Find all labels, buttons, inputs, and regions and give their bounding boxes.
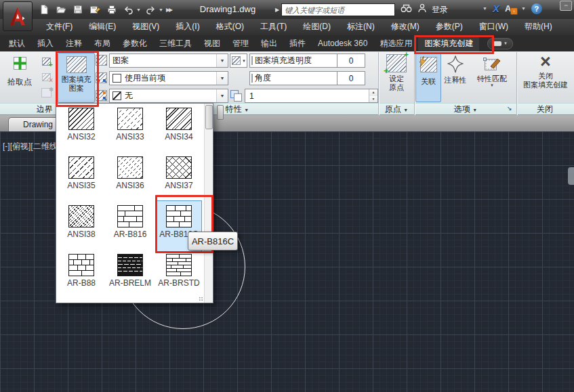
panel-options[interactable]: 选项 ▼ <box>454 104 477 115</box>
help-icon[interactable]: ? <box>531 3 542 14</box>
tab-featured-apps[interactable]: 精选应用 <box>373 35 418 51</box>
menu-parametric[interactable]: 参数(P) <box>428 19 471 35</box>
tab-manage[interactable]: 管理 <box>226 35 255 51</box>
undo-icon[interactable] <box>121 3 136 16</box>
gallery-item-ar-b88[interactable]: AR-B88 <box>59 254 104 299</box>
save-icon[interactable] <box>70 3 85 16</box>
undo-dropdown-icon[interactable]: ▼ <box>136 7 141 12</box>
chevron-down-icon[interactable]: ▼ <box>490 83 494 87</box>
application-menu-button[interactable] <box>3 1 33 31</box>
gallery-item-label: ANSI35 <box>67 181 95 190</box>
search-input[interactable] <box>281 3 395 16</box>
background-color-combo[interactable]: 无 ▼ <box>109 89 228 103</box>
transparency-slider-knob[interactable] <box>217 105 224 120</box>
gallery-item-ar-b816[interactable]: AR-B816 <box>108 205 152 250</box>
chevron-down-icon[interactable]: ▼ <box>216 72 228 85</box>
panel-origin[interactable]: 原点 ▼ <box>385 104 408 115</box>
infocenter-toggle-icon[interactable]: ⇔ <box>560 1 572 11</box>
transparency-value-box[interactable]: 0 <box>337 53 365 68</box>
menu-file[interactable]: 文件(F) <box>38 19 81 35</box>
redo-dropdown-icon[interactable]: ▼ <box>159 7 163 12</box>
gallery-item-ansi32[interactable]: ANSI32 <box>59 108 104 152</box>
tab-output[interactable]: 输出 <box>255 35 283 51</box>
select-boundary-objects-button[interactable]: + <box>39 54 54 68</box>
gallery-resize-grip[interactable] <box>199 297 203 301</box>
signin-dropdown-icon[interactable]: ▼ <box>483 6 487 11</box>
dialog-launcher-icon[interactable]: ↘ <box>507 105 512 112</box>
close-hatch-creation-button[interactable]: × 关闭 图案填充创建 <box>519 53 572 101</box>
set-origin-button[interactable]: + + 设定 原点 <box>381 54 412 100</box>
tab-annotate[interactable]: 注释 <box>60 35 88 51</box>
menu-insert[interactable]: 插入(I) <box>167 19 207 35</box>
menu-format[interactable]: 格式(O) <box>208 19 252 35</box>
hatch-scale-spinner[interactable]: 1 ▲▼ <box>245 89 378 103</box>
plot-icon[interactable] <box>104 3 119 16</box>
tab-layout[interactable]: 布局 <box>88 35 117 51</box>
save-as-icon[interactable] <box>87 3 102 16</box>
exchange-apps-icon[interactable]: A↓ <box>505 3 516 14</box>
menu-window[interactable]: 窗口(W) <box>471 19 516 35</box>
pick-points-label: 拾取点 <box>7 77 32 88</box>
menu-tools[interactable]: 工具(T) <box>252 19 295 35</box>
tab-home[interactable]: 默认 <box>3 35 31 51</box>
recreate-boundary-button[interactable]: ✱ <box>39 85 54 100</box>
associative-toggle-button[interactable]: 关联 <box>415 53 441 102</box>
angle-value-box[interactable]: 0 <box>337 71 365 85</box>
autodesk-360-icon[interactable]: X <box>493 3 499 14</box>
gallery-item-ansi35[interactable]: ANSI35 <box>59 156 104 201</box>
hatch-type-combo[interactable]: 图案 ▼ <box>109 53 228 68</box>
gallery-item-ansi36[interactable]: ANSI36 <box>108 156 152 201</box>
pick-points-button[interactable]: 拾取点 <box>3 54 36 102</box>
remove-boundary-objects-button[interactable]: × <box>39 70 54 84</box>
menu-draw[interactable]: 绘图(D) <box>295 19 339 35</box>
gallery-item-label: ANSI36 <box>116 181 144 190</box>
tab-insert[interactable]: 插入 <box>31 35 60 51</box>
navigation-bar-partial[interactable] <box>568 167 574 185</box>
gallery-item-ar-brelm[interactable]: AR-BRELM <box>108 254 152 299</box>
open-file-icon[interactable] <box>54 3 68 16</box>
set-origin-label-1: 设定 <box>389 74 404 83</box>
annotative-button[interactable]: 注释性 <box>441 53 470 101</box>
transparency-display-button[interactable]: ▼ <box>230 53 247 68</box>
menu-modify[interactable]: 修改(M) <box>383 19 428 35</box>
hatch-type-value: 图案 <box>112 55 129 66</box>
new-file-icon[interactable] <box>37 3 51 16</box>
gallery-item-ansi38[interactable]: ANSI38 <box>59 205 104 250</box>
viewport-controls[interactable]: [-][俯视][二维线框] <box>3 141 56 152</box>
menu-dimension[interactable]: 标注(N) <box>339 19 383 35</box>
spinner-arrows[interactable]: ▲▼ <box>369 89 377 102</box>
match-properties-button[interactable]: 特性匹配 ▼ <box>471 53 513 101</box>
chevron-down-icon[interactable]: ▼ <box>216 89 228 102</box>
menu-view[interactable]: 视图(V) <box>124 19 167 35</box>
pattern-swatch-brick <box>117 205 143 227</box>
annotation-box-hatch-button <box>56 51 99 107</box>
exchange-dropdown-icon[interactable]: ▼ <box>521 6 526 11</box>
menu-help[interactable]: 帮助(H) <box>516 19 560 35</box>
menu-edit[interactable]: 编辑(E) <box>81 19 124 35</box>
match-properties-label: 特性匹配 <box>477 74 507 83</box>
gallery-item-label: ANSI34 <box>165 132 192 141</box>
redo-icon[interactable] <box>144 3 158 16</box>
pattern-swatch-brick-standard <box>166 254 192 276</box>
tab-plugins[interactable]: 插件 <box>283 35 312 51</box>
gallery-item-ar-brstd[interactable]: AR-BRSTD <box>157 254 201 299</box>
search-expand-icon[interactable]: ▶ <box>275 7 279 13</box>
panel-properties[interactable]: 特性 ▼ <box>226 104 249 115</box>
sign-in-label[interactable]: 登录 <box>432 4 448 16</box>
pattern-swatch-brick-square <box>68 254 94 276</box>
gallery-item-ansi33[interactable]: ANSI33 <box>108 108 152 152</box>
gallery-scrollbar-thumb[interactable] <box>205 105 213 129</box>
title-bar: ▼ ▼ ▸▸ Drawing1.dwg ▶ 登录 ▼ X A↓ ▼ ? <box>0 0 574 19</box>
gallery-item-label: AR-BRSTD <box>158 278 199 288</box>
transparency-slider[interactable]: 图案填充透明度 <box>249 53 337 68</box>
tab-parametric[interactable]: 参数化 <box>117 35 153 51</box>
tab-3d-tools[interactable]: 三维工具 <box>153 35 198 51</box>
chevron-down-icon[interactable]: ▼ <box>216 54 228 67</box>
gallery-item-ansi34[interactable]: ANSI34 <box>157 108 201 152</box>
tab-autodesk-360[interactable]: Autodesk 360 <box>312 35 373 51</box>
user-icon[interactable] <box>417 3 428 16</box>
tab-view[interactable]: 视图 <box>198 35 226 51</box>
hatch-color-combo[interactable]: 使用当前项 ▼ <box>109 71 228 85</box>
angle-slider[interactable]: 角度 <box>249 71 337 85</box>
search-binoculars-icon[interactable] <box>400 3 413 16</box>
